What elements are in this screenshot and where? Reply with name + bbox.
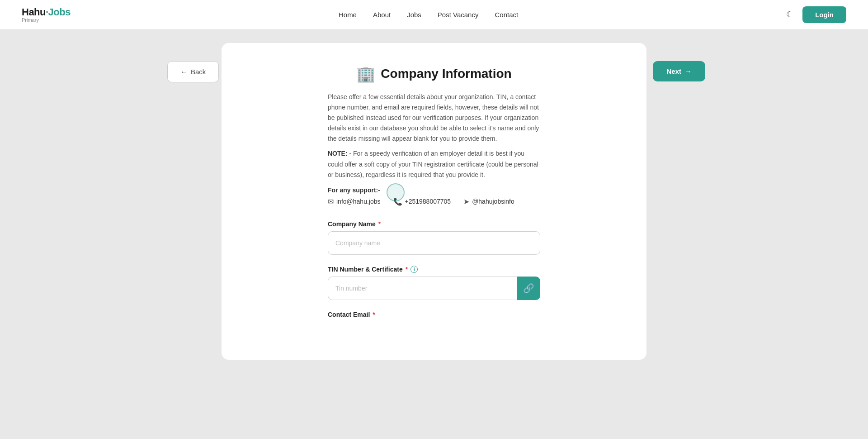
nav-right: ☾ Login xyxy=(786,6,846,23)
note-prefix: NOTE: xyxy=(328,150,348,157)
back-button[interactable]: ← Back xyxy=(167,61,219,82)
phone-icon: 📞 xyxy=(393,197,402,206)
card-wrapper: ← Back 🏢 Company Information Please offe… xyxy=(222,43,646,360)
nav-home[interactable]: Home xyxy=(339,11,357,19)
contact-telegram-value: @hahujobsinfo xyxy=(472,198,514,205)
nav-contact[interactable]: Contact xyxy=(495,11,518,19)
tin-info-icon[interactable]: i xyxy=(410,266,418,273)
contact-email-required: * xyxy=(373,311,375,318)
contact-phone-item: 📞 +251988007705 xyxy=(393,197,451,206)
logo: Hahu·Jobs Primary xyxy=(22,6,71,23)
nav-links: Home About Jobs Post Vacancy Contact xyxy=(339,11,518,19)
page-background: ← Back 🏢 Company Information Please offe… xyxy=(0,29,868,439)
contact-email-item: ✉ info@hahu.jobs xyxy=(328,197,381,206)
nav-post-vacancy[interactable]: Post Vacancy xyxy=(438,11,479,19)
tin-label-text: TIN Number & Certificate xyxy=(328,266,403,273)
tin-required: * xyxy=(406,266,408,273)
company-name-label-text: Company Name xyxy=(328,220,376,228)
contact-phone-value: +251988007705 xyxy=(405,198,451,205)
form-section: Company Name * TIN Number & Certificate … xyxy=(328,220,540,318)
description-text: Please offer a few essential details abo… xyxy=(328,93,539,142)
tin-input-row: 🔗 xyxy=(328,277,540,300)
company-name-required: * xyxy=(378,220,381,228)
company-name-label: Company Name * xyxy=(328,220,540,228)
contact-telegram-item: ➤ @hahujobsinfo xyxy=(463,197,514,206)
telegram-icon: ➤ xyxy=(463,197,469,206)
main-card: 🏢 Company Information Please offer a few… xyxy=(222,43,646,360)
form-header: 🏢 Company Information Please offer a few… xyxy=(249,65,619,206)
form-description: Please offer a few essential details abo… xyxy=(328,92,540,144)
contact-email-label-text: Contact Email xyxy=(328,311,370,318)
form-title-row: 🏢 Company Information xyxy=(356,65,511,83)
company-name-field-group: Company Name * xyxy=(328,220,540,255)
moon-icon: ☾ xyxy=(786,10,793,19)
logo-text: Hahu·Jobs xyxy=(22,6,71,18)
arrow-right-icon: → xyxy=(685,67,692,75)
contact-row: ✉ info@hahu.jobs 📞 +251988007705 ➤ @hahu… xyxy=(328,197,540,206)
note-text: - For a speedy verification of an employ… xyxy=(328,150,538,178)
nav-about[interactable]: About xyxy=(373,11,391,19)
building-icon: 🏢 xyxy=(356,65,375,83)
next-button[interactable]: Next → xyxy=(653,61,705,81)
dark-mode-toggle[interactable]: ☾ xyxy=(786,10,793,19)
attach-certificate-button[interactable]: 🔗 xyxy=(517,277,540,300)
contact-email-value: info@hahu.jobs xyxy=(336,198,381,205)
paperclip-icon: 🔗 xyxy=(523,283,534,294)
back-label: Back xyxy=(191,68,206,76)
email-icon: ✉ xyxy=(328,197,334,206)
contact-email-field-group: Contact Email * xyxy=(328,311,540,318)
contact-email-label: Contact Email * xyxy=(328,311,540,318)
navbar: Hahu·Jobs Primary Home About Jobs Post V… xyxy=(0,0,868,29)
description-block: Please offer a few essential details abo… xyxy=(328,92,540,206)
form-note: NOTE: - For a speedy verification of an … xyxy=(328,148,540,180)
tin-field-group: TIN Number & Certificate * i 🔗 xyxy=(328,266,540,300)
logo-sub: Primary xyxy=(22,17,71,23)
login-button[interactable]: Login xyxy=(802,6,846,23)
support-label: For any support:- xyxy=(328,186,540,194)
nav-jobs[interactable]: Jobs xyxy=(407,11,421,19)
form-title: Company Information xyxy=(381,67,511,81)
company-name-input[interactable] xyxy=(328,231,540,255)
tin-label: TIN Number & Certificate * i xyxy=(328,266,540,273)
tin-number-input[interactable] xyxy=(328,277,517,300)
next-label: Next xyxy=(666,67,681,75)
arrow-left-icon: ← xyxy=(180,68,187,76)
